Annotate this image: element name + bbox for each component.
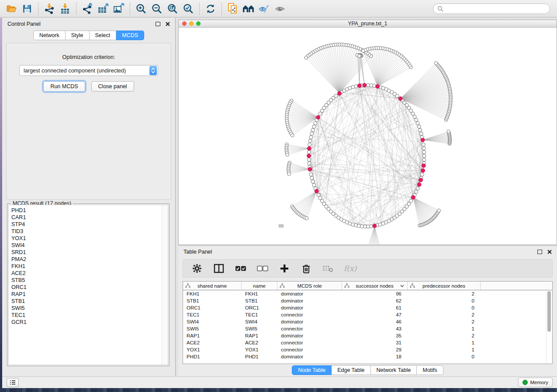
export-image-button[interactable] — [111, 2, 127, 16]
network-node[interactable] — [287, 172, 291, 175]
export-table-button[interactable] — [95, 2, 111, 16]
select-all-button[interactable] — [235, 262, 247, 275]
show-all-button[interactable] — [272, 2, 288, 16]
table-row[interactable]: TEC1TEC1connector472 — [183, 311, 552, 318]
network-canvas[interactable] — [178, 28, 557, 245]
search-field[interactable] — [433, 3, 550, 14]
mcds-result-item[interactable]: GCR1 — [10, 319, 161, 326]
task-history-button[interactable] — [7, 378, 19, 387]
network-node[interactable] — [309, 173, 313, 176]
network-node[interactable] — [286, 153, 289, 157]
network-hub-node[interactable] — [411, 196, 415, 199]
mcds-result-item[interactable]: SWI5 — [10, 305, 161, 312]
network-hub-node[interactable] — [307, 147, 311, 151]
network-node[interactable] — [367, 83, 370, 87]
table-row[interactable]: ACE2ACE2connector311 — [183, 339, 552, 346]
float-panel-icon[interactable] — [156, 22, 160, 26]
network-hub-node[interactable] — [421, 138, 425, 142]
mcds-result-item[interactable]: CAR1 — [10, 214, 161, 221]
mcds-result-item[interactable]: SRD1 — [10, 249, 161, 256]
tab-select[interactable]: Select — [90, 31, 117, 40]
table-row[interactable]: ORC1ORC1dominator610 — [183, 304, 552, 311]
network-node[interactable] — [422, 143, 425, 146]
network-node[interactable] — [308, 139, 312, 143]
network-hub-node[interactable] — [398, 97, 402, 101]
mcds-result-item[interactable]: YOX1 — [10, 235, 161, 242]
network-node[interactable] — [417, 125, 421, 128]
network-hub-node[interactable] — [373, 224, 377, 228]
memory-button[interactable]: Memory — [518, 378, 553, 387]
mcds-list-scrollbar[interactable] — [162, 205, 168, 364]
tab-mcds[interactable]: MCDS — [116, 31, 144, 40]
table-row[interactable]: SWI5SWI5connector431 — [183, 325, 552, 332]
splitter-grip[interactable] — [279, 224, 284, 227]
close-panel-button[interactable]: Close panel — [91, 81, 134, 92]
network-node[interactable] — [422, 154, 426, 158]
table-row[interactable]: STB1STB1dominator620 — [183, 297, 552, 304]
mcds-result-item[interactable]: FKH1 — [10, 263, 161, 270]
network-hub-node[interactable] — [316, 115, 320, 119]
import-table-button[interactable] — [57, 2, 73, 16]
open-file-button[interactable] — [3, 2, 19, 16]
network-hub-node[interactable] — [417, 183, 421, 187]
table-scrollbar[interactable] — [546, 290, 552, 364]
zoom-fit-button[interactable] — [165, 2, 180, 16]
network-window-titlebar[interactable]: YPA_prune.txt_1 — [178, 20, 557, 28]
refresh-button[interactable] — [203, 2, 218, 16]
network-hub-node[interactable] — [307, 154, 311, 158]
network-node[interactable] — [308, 162, 311, 165]
network-hub-node[interactable] — [308, 168, 312, 172]
mcds-result-item[interactable]: PHD1 — [10, 207, 161, 214]
network-node[interactable] — [307, 150, 311, 154]
tab-node-table[interactable]: Node Table — [292, 365, 332, 375]
split-columns-button[interactable] — [213, 262, 225, 275]
network-node[interactable] — [415, 190, 418, 193]
mcds-result-item[interactable]: TEC1 — [10, 312, 161, 319]
mcds-result-item[interactable]: TID3 — [10, 228, 161, 235]
column-header-shared-name[interactable]: shared name — [183, 282, 242, 290]
table-settings-button[interactable] — [191, 262, 203, 275]
import-network-button[interactable] — [42, 2, 57, 16]
network-hub-node[interactable] — [338, 92, 342, 96]
zoom-in-button[interactable] — [133, 2, 149, 16]
network-node[interactable] — [310, 176, 314, 180]
network-node[interactable] — [291, 134, 294, 137]
network-node[interactable] — [305, 217, 308, 220]
mcds-result-item[interactable]: ORC1 — [10, 284, 161, 291]
delete-column-button[interactable] — [300, 262, 312, 275]
tab-style[interactable]: Style — [66, 31, 90, 40]
close-panel-icon[interactable] — [166, 22, 170, 26]
export-network-button[interactable] — [80, 2, 95, 16]
network-node[interactable] — [309, 135, 313, 139]
network-node[interactable] — [409, 199, 413, 203]
network-node[interactable] — [434, 62, 438, 65]
add-column-button[interactable] — [278, 262, 291, 275]
network-hub-node[interactable] — [419, 178, 423, 182]
save-session-button[interactable] — [19, 2, 35, 16]
tab-network-table[interactable]: Network Table — [371, 365, 417, 375]
network-node[interactable] — [416, 121, 419, 125]
column-header-MCDS-role[interactable]: MCDS role — [277, 282, 342, 290]
network-hub-node[interactable] — [376, 85, 380, 89]
mcds-result-item[interactable]: SWI4 — [10, 242, 161, 249]
network-node[interactable] — [370, 225, 373, 228]
column-header-name[interactable]: name — [242, 282, 277, 290]
network-hub-node[interactable] — [421, 168, 425, 172]
network-hub-node[interactable] — [358, 84, 362, 88]
zoom-out-button[interactable] — [149, 2, 165, 16]
table-row[interactable]: YOX1YOX1connector291 — [183, 346, 552, 353]
mcds-result-item[interactable]: STB1 — [10, 298, 161, 305]
hide-selected-button[interactable] — [256, 2, 272, 16]
table-scrollbar-thumb[interactable] — [547, 291, 551, 332]
column-header-successor-nodes[interactable]: successor nodes — [342, 282, 408, 290]
network-node[interactable] — [314, 121, 317, 125]
column-header-predecessor-nodes[interactable]: predecessor nodes — [408, 282, 481, 290]
mcds-result-item[interactable]: ACE2 — [10, 270, 161, 277]
network-node[interactable] — [311, 180, 315, 183]
network-node[interactable] — [420, 173, 424, 176]
tab-motifs[interactable]: Motifs — [417, 365, 443, 375]
mcds-result-item[interactable]: STB5 — [10, 277, 161, 284]
close-panel-icon[interactable] — [547, 250, 552, 254]
table-row[interactable]: RAP1RAP1dominator352 — [183, 332, 552, 339]
mcds-result-item[interactable]: PMA2 — [10, 256, 161, 263]
